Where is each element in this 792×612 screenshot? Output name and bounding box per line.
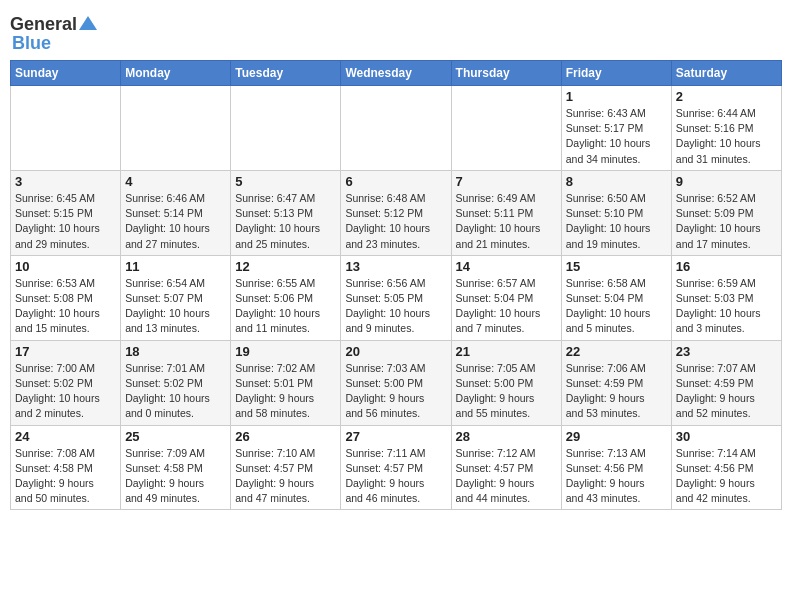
page-header: General Blue [10, 10, 782, 54]
day-info: Sunrise: 7:09 AMSunset: 4:58 PMDaylight:… [125, 446, 226, 507]
day-info: Sunrise: 6:44 AMSunset: 5:16 PMDaylight:… [676, 106, 777, 167]
logo: General Blue [10, 10, 97, 54]
day-info: Sunrise: 6:47 AMSunset: 5:13 PMDaylight:… [235, 191, 336, 252]
day-number: 7 [456, 174, 557, 189]
calendar-cell: 22Sunrise: 7:06 AMSunset: 4:59 PMDayligh… [561, 340, 671, 425]
calendar-cell: 17Sunrise: 7:00 AMSunset: 5:02 PMDayligh… [11, 340, 121, 425]
calendar-week-row: 10Sunrise: 6:53 AMSunset: 5:08 PMDayligh… [11, 255, 782, 340]
day-info: Sunrise: 7:02 AMSunset: 5:01 PMDaylight:… [235, 361, 336, 422]
day-number: 18 [125, 344, 226, 359]
calendar-cell: 29Sunrise: 7:13 AMSunset: 4:56 PMDayligh… [561, 425, 671, 510]
calendar-cell: 11Sunrise: 6:54 AMSunset: 5:07 PMDayligh… [121, 255, 231, 340]
calendar-cell: 12Sunrise: 6:55 AMSunset: 5:06 PMDayligh… [231, 255, 341, 340]
day-number: 8 [566, 174, 667, 189]
day-number: 27 [345, 429, 446, 444]
logo-general-text: General [10, 14, 77, 35]
calendar-cell: 2Sunrise: 6:44 AMSunset: 5:16 PMDaylight… [671, 86, 781, 171]
calendar-cell: 8Sunrise: 6:50 AMSunset: 5:10 PMDaylight… [561, 170, 671, 255]
calendar-cell: 20Sunrise: 7:03 AMSunset: 5:00 PMDayligh… [341, 340, 451, 425]
day-info: Sunrise: 7:06 AMSunset: 4:59 PMDaylight:… [566, 361, 667, 422]
day-info: Sunrise: 6:57 AMSunset: 5:04 PMDaylight:… [456, 276, 557, 337]
calendar-cell: 30Sunrise: 7:14 AMSunset: 4:56 PMDayligh… [671, 425, 781, 510]
day-info: Sunrise: 7:12 AMSunset: 4:57 PMDaylight:… [456, 446, 557, 507]
day-info: Sunrise: 7:13 AMSunset: 4:56 PMDaylight:… [566, 446, 667, 507]
day-number: 15 [566, 259, 667, 274]
day-info: Sunrise: 7:11 AMSunset: 4:57 PMDaylight:… [345, 446, 446, 507]
calendar-cell [11, 86, 121, 171]
calendar-cell [451, 86, 561, 171]
calendar-week-row: 1Sunrise: 6:43 AMSunset: 5:17 PMDaylight… [11, 86, 782, 171]
day-number: 13 [345, 259, 446, 274]
calendar-cell: 1Sunrise: 6:43 AMSunset: 5:17 PMDaylight… [561, 86, 671, 171]
calendar-cell: 18Sunrise: 7:01 AMSunset: 5:02 PMDayligh… [121, 340, 231, 425]
day-number: 29 [566, 429, 667, 444]
day-info: Sunrise: 6:50 AMSunset: 5:10 PMDaylight:… [566, 191, 667, 252]
day-info: Sunrise: 6:58 AMSunset: 5:04 PMDaylight:… [566, 276, 667, 337]
calendar-cell: 21Sunrise: 7:05 AMSunset: 5:00 PMDayligh… [451, 340, 561, 425]
calendar-cell [231, 86, 341, 171]
day-number: 2 [676, 89, 777, 104]
calendar-week-row: 17Sunrise: 7:00 AMSunset: 5:02 PMDayligh… [11, 340, 782, 425]
day-number: 16 [676, 259, 777, 274]
day-info: Sunrise: 6:55 AMSunset: 5:06 PMDaylight:… [235, 276, 336, 337]
calendar-cell: 13Sunrise: 6:56 AMSunset: 5:05 PMDayligh… [341, 255, 451, 340]
logo-icon [79, 16, 97, 30]
day-info: Sunrise: 7:01 AMSunset: 5:02 PMDaylight:… [125, 361, 226, 422]
weekday-header: Thursday [451, 61, 561, 86]
calendar-cell: 5Sunrise: 6:47 AMSunset: 5:13 PMDaylight… [231, 170, 341, 255]
calendar-cell: 7Sunrise: 6:49 AMSunset: 5:11 PMDaylight… [451, 170, 561, 255]
calendar-cell: 24Sunrise: 7:08 AMSunset: 4:58 PMDayligh… [11, 425, 121, 510]
calendar-cell [121, 86, 231, 171]
calendar-week-row: 24Sunrise: 7:08 AMSunset: 4:58 PMDayligh… [11, 425, 782, 510]
day-number: 12 [235, 259, 336, 274]
day-number: 14 [456, 259, 557, 274]
day-number: 3 [15, 174, 116, 189]
day-number: 19 [235, 344, 336, 359]
calendar-cell: 27Sunrise: 7:11 AMSunset: 4:57 PMDayligh… [341, 425, 451, 510]
day-info: Sunrise: 7:08 AMSunset: 4:58 PMDaylight:… [15, 446, 116, 507]
weekday-header: Tuesday [231, 61, 341, 86]
day-info: Sunrise: 7:10 AMSunset: 4:57 PMDaylight:… [235, 446, 336, 507]
calendar-cell: 10Sunrise: 6:53 AMSunset: 5:08 PMDayligh… [11, 255, 121, 340]
calendar-cell: 23Sunrise: 7:07 AMSunset: 4:59 PMDayligh… [671, 340, 781, 425]
day-number: 25 [125, 429, 226, 444]
day-info: Sunrise: 6:53 AMSunset: 5:08 PMDaylight:… [15, 276, 116, 337]
day-number: 22 [566, 344, 667, 359]
weekday-header: Sunday [11, 61, 121, 86]
day-info: Sunrise: 6:56 AMSunset: 5:05 PMDaylight:… [345, 276, 446, 337]
day-number: 1 [566, 89, 667, 104]
calendar-cell [341, 86, 451, 171]
weekday-header: Saturday [671, 61, 781, 86]
day-number: 26 [235, 429, 336, 444]
calendar-header-row: SundayMondayTuesdayWednesdayThursdayFrid… [11, 61, 782, 86]
day-info: Sunrise: 6:48 AMSunset: 5:12 PMDaylight:… [345, 191, 446, 252]
calendar-cell: 3Sunrise: 6:45 AMSunset: 5:15 PMDaylight… [11, 170, 121, 255]
day-number: 17 [15, 344, 116, 359]
calendar-cell: 16Sunrise: 6:59 AMSunset: 5:03 PMDayligh… [671, 255, 781, 340]
day-info: Sunrise: 7:07 AMSunset: 4:59 PMDaylight:… [676, 361, 777, 422]
day-number: 24 [15, 429, 116, 444]
calendar-week-row: 3Sunrise: 6:45 AMSunset: 5:15 PMDaylight… [11, 170, 782, 255]
day-number: 23 [676, 344, 777, 359]
calendar-cell: 9Sunrise: 6:52 AMSunset: 5:09 PMDaylight… [671, 170, 781, 255]
day-info: Sunrise: 6:46 AMSunset: 5:14 PMDaylight:… [125, 191, 226, 252]
calendar-cell: 6Sunrise: 6:48 AMSunset: 5:12 PMDaylight… [341, 170, 451, 255]
weekday-header: Wednesday [341, 61, 451, 86]
day-number: 21 [456, 344, 557, 359]
day-number: 30 [676, 429, 777, 444]
day-info: Sunrise: 6:52 AMSunset: 5:09 PMDaylight:… [676, 191, 777, 252]
day-number: 20 [345, 344, 446, 359]
day-number: 6 [345, 174, 446, 189]
day-info: Sunrise: 7:14 AMSunset: 4:56 PMDaylight:… [676, 446, 777, 507]
day-number: 28 [456, 429, 557, 444]
day-info: Sunrise: 7:05 AMSunset: 5:00 PMDaylight:… [456, 361, 557, 422]
calendar-cell: 25Sunrise: 7:09 AMSunset: 4:58 PMDayligh… [121, 425, 231, 510]
logo-blue-text: Blue [12, 33, 51, 54]
day-info: Sunrise: 6:59 AMSunset: 5:03 PMDaylight:… [676, 276, 777, 337]
day-info: Sunrise: 6:43 AMSunset: 5:17 PMDaylight:… [566, 106, 667, 167]
day-number: 5 [235, 174, 336, 189]
weekday-header: Monday [121, 61, 231, 86]
calendar-cell: 14Sunrise: 6:57 AMSunset: 5:04 PMDayligh… [451, 255, 561, 340]
calendar-cell: 19Sunrise: 7:02 AMSunset: 5:01 PMDayligh… [231, 340, 341, 425]
day-info: Sunrise: 6:54 AMSunset: 5:07 PMDaylight:… [125, 276, 226, 337]
